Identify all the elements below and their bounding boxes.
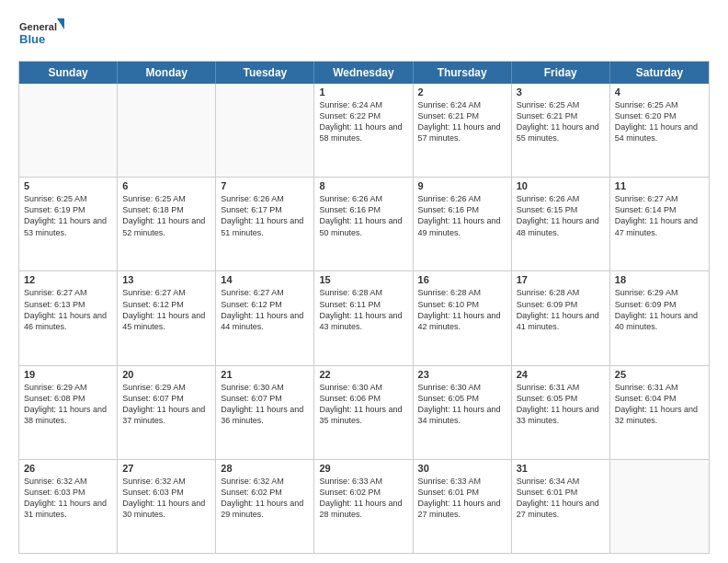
day-number: 25 bbox=[615, 369, 704, 380]
calendar-cell: 14 Sunrise: 6:27 AM Sunset: 6:12 PM Dayl… bbox=[216, 271, 314, 364]
calendar-cell: 8 Sunrise: 6:26 AM Sunset: 6:16 PM Dayli… bbox=[314, 178, 413, 270]
daylight-label: Daylight: 11 hours and 41 minutes. bbox=[517, 311, 599, 331]
sunset-label: Sunset: 6:03 PM bbox=[122, 488, 184, 497]
calendar-cell bbox=[216, 84, 314, 177]
calendar-cell: 28 Sunrise: 6:32 AM Sunset: 6:02 PM Dayl… bbox=[216, 460, 314, 553]
daylight-label: Daylight: 11 hours and 36 minutes. bbox=[221, 405, 303, 425]
day-header-saturday: Saturday bbox=[610, 62, 709, 84]
sunrise-label: Sunrise: 6:26 AM bbox=[319, 194, 382, 203]
calendar-cell: 21 Sunrise: 6:30 AM Sunset: 6:07 PM Dayl… bbox=[216, 366, 314, 459]
day-header-wednesday: Wednesday bbox=[314, 62, 413, 84]
sunrise-label: Sunrise: 6:26 AM bbox=[517, 194, 580, 203]
calendar-cell: 15 Sunrise: 6:28 AM Sunset: 6:11 PM Dayl… bbox=[314, 271, 413, 364]
sunrise-label: Sunrise: 6:32 AM bbox=[221, 477, 284, 486]
sunrise-label: Sunrise: 6:28 AM bbox=[418, 288, 482, 297]
cell-info: Sunrise: 6:30 AM Sunset: 6:07 PM Dayligh… bbox=[221, 382, 309, 427]
cell-info: Sunrise: 6:27 AM Sunset: 6:14 PM Dayligh… bbox=[615, 193, 704, 238]
daylight-label: Daylight: 11 hours and 40 minutes. bbox=[615, 311, 698, 331]
cell-info: Sunrise: 6:24 AM Sunset: 6:21 PM Dayligh… bbox=[418, 99, 506, 144]
calendar-cell: 1 Sunrise: 6:24 AM Sunset: 6:22 PM Dayli… bbox=[314, 84, 413, 177]
sunset-label: Sunset: 6:07 PM bbox=[221, 394, 282, 403]
calendar-cell bbox=[19, 84, 118, 177]
calendar-cell: 5 Sunrise: 6:25 AM Sunset: 6:19 PM Dayli… bbox=[19, 178, 118, 270]
svg-marker-2 bbox=[57, 18, 64, 29]
sunset-label: Sunset: 6:05 PM bbox=[517, 394, 578, 403]
cell-info: Sunrise: 6:27 AM Sunset: 6:13 PM Dayligh… bbox=[24, 287, 112, 332]
sunrise-label: Sunrise: 6:28 AM bbox=[517, 288, 580, 297]
daylight-label: Daylight: 11 hours and 43 minutes. bbox=[319, 311, 402, 331]
cell-info: Sunrise: 6:30 AM Sunset: 6:05 PM Dayligh… bbox=[418, 382, 506, 427]
calendar-cell: 31 Sunrise: 6:34 AM Sunset: 6:01 PM Dayl… bbox=[512, 460, 610, 553]
cell-info: Sunrise: 6:26 AM Sunset: 6:17 PM Dayligh… bbox=[221, 193, 309, 238]
calendar-header: SundayMondayTuesdayWednesdayThursdayFrid… bbox=[19, 62, 709, 84]
logo-svg: General Blue bbox=[18, 15, 66, 52]
daylight-label: Daylight: 11 hours and 50 minutes. bbox=[319, 216, 402, 236]
sunrise-label: Sunrise: 6:25 AM bbox=[122, 194, 186, 203]
daylight-label: Daylight: 11 hours and 53 minutes. bbox=[24, 216, 107, 236]
day-number: 13 bbox=[122, 274, 210, 285]
sunrise-label: Sunrise: 6:29 AM bbox=[24, 383, 87, 392]
cell-info: Sunrise: 6:24 AM Sunset: 6:22 PM Dayligh… bbox=[319, 99, 407, 144]
sunrise-label: Sunrise: 6:31 AM bbox=[517, 383, 580, 392]
sunrise-label: Sunrise: 6:25 AM bbox=[615, 100, 678, 109]
sunset-label: Sunset: 6:04 PM bbox=[615, 394, 677, 403]
daylight-label: Daylight: 11 hours and 27 minutes. bbox=[517, 499, 599, 519]
sunset-label: Sunset: 6:01 PM bbox=[418, 488, 480, 497]
day-number: 23 bbox=[418, 369, 506, 380]
daylight-label: Daylight: 11 hours and 35 minutes. bbox=[319, 405, 402, 425]
sunset-label: Sunset: 6:02 PM bbox=[221, 488, 282, 497]
calendar-body: 1 Sunrise: 6:24 AM Sunset: 6:22 PM Dayli… bbox=[19, 84, 709, 553]
calendar-cell: 23 Sunrise: 6:30 AM Sunset: 6:05 PM Dayl… bbox=[414, 366, 512, 459]
calendar-cell: 9 Sunrise: 6:26 AM Sunset: 6:16 PM Dayli… bbox=[414, 178, 512, 270]
day-number: 5 bbox=[24, 180, 112, 191]
cell-info: Sunrise: 6:27 AM Sunset: 6:12 PM Dayligh… bbox=[122, 287, 210, 332]
day-number: 10 bbox=[517, 180, 605, 191]
sunset-label: Sunset: 6:09 PM bbox=[615, 300, 677, 309]
daylight-label: Daylight: 11 hours and 34 minutes. bbox=[418, 405, 501, 425]
sunset-label: Sunset: 6:12 PM bbox=[122, 300, 184, 309]
day-number: 3 bbox=[517, 86, 605, 98]
day-number: 4 bbox=[615, 86, 704, 98]
sunset-label: Sunset: 6:19 PM bbox=[24, 205, 85, 214]
calendar-cell: 17 Sunrise: 6:28 AM Sunset: 6:09 PM Dayl… bbox=[512, 271, 610, 364]
daylight-label: Daylight: 11 hours and 49 minutes. bbox=[418, 216, 501, 236]
cell-info: Sunrise: 6:26 AM Sunset: 6:15 PM Dayligh… bbox=[517, 193, 605, 238]
sunset-label: Sunset: 6:21 PM bbox=[517, 111, 578, 121]
day-number: 27 bbox=[122, 463, 210, 474]
sunset-label: Sunset: 6:10 PM bbox=[418, 300, 480, 309]
day-number: 28 bbox=[221, 463, 309, 474]
day-number: 19 bbox=[24, 369, 112, 380]
calendar-cell: 30 Sunrise: 6:33 AM Sunset: 6:01 PM Dayl… bbox=[414, 460, 512, 553]
cell-info: Sunrise: 6:28 AM Sunset: 6:09 PM Dayligh… bbox=[517, 287, 605, 332]
sunset-label: Sunset: 6:12 PM bbox=[221, 300, 282, 309]
sunrise-label: Sunrise: 6:32 AM bbox=[24, 477, 87, 486]
cell-info: Sunrise: 6:31 AM Sunset: 6:05 PM Dayligh… bbox=[517, 382, 605, 427]
sunrise-label: Sunrise: 6:28 AM bbox=[319, 288, 382, 297]
sunrise-label: Sunrise: 6:31 AM bbox=[615, 383, 678, 392]
svg-text:Blue: Blue bbox=[19, 32, 45, 46]
daylight-label: Daylight: 11 hours and 55 minutes. bbox=[517, 122, 599, 143]
cell-info: Sunrise: 6:26 AM Sunset: 6:16 PM Dayligh… bbox=[418, 193, 506, 238]
sunrise-label: Sunrise: 6:33 AM bbox=[319, 477, 382, 486]
sunset-label: Sunset: 6:16 PM bbox=[319, 205, 381, 214]
sunrise-label: Sunrise: 6:24 AM bbox=[319, 100, 382, 109]
sunset-label: Sunset: 6:01 PM bbox=[517, 488, 578, 497]
sunrise-label: Sunrise: 6:27 AM bbox=[24, 288, 87, 297]
cell-info: Sunrise: 6:28 AM Sunset: 6:10 PM Dayligh… bbox=[418, 287, 506, 332]
day-header-thursday: Thursday bbox=[414, 62, 512, 84]
day-number: 31 bbox=[517, 463, 605, 474]
calendar-cell bbox=[610, 460, 709, 553]
sunrise-label: Sunrise: 6:29 AM bbox=[122, 383, 186, 392]
day-number: 9 bbox=[418, 180, 506, 191]
calendar-cell: 26 Sunrise: 6:32 AM Sunset: 6:03 PM Dayl… bbox=[19, 460, 118, 553]
sunset-label: Sunset: 6:15 PM bbox=[517, 205, 578, 214]
sunrise-label: Sunrise: 6:27 AM bbox=[615, 194, 678, 203]
day-number: 11 bbox=[615, 180, 704, 191]
day-number: 20 bbox=[122, 369, 210, 380]
day-number: 22 bbox=[319, 369, 407, 380]
daylight-label: Daylight: 11 hours and 47 minutes. bbox=[615, 216, 698, 236]
sunset-label: Sunset: 6:16 PM bbox=[418, 205, 480, 214]
calendar-cell: 16 Sunrise: 6:28 AM Sunset: 6:10 PM Dayl… bbox=[414, 271, 512, 364]
daylight-label: Daylight: 11 hours and 32 minutes. bbox=[615, 405, 698, 425]
cell-info: Sunrise: 6:25 AM Sunset: 6:19 PM Dayligh… bbox=[24, 193, 112, 238]
